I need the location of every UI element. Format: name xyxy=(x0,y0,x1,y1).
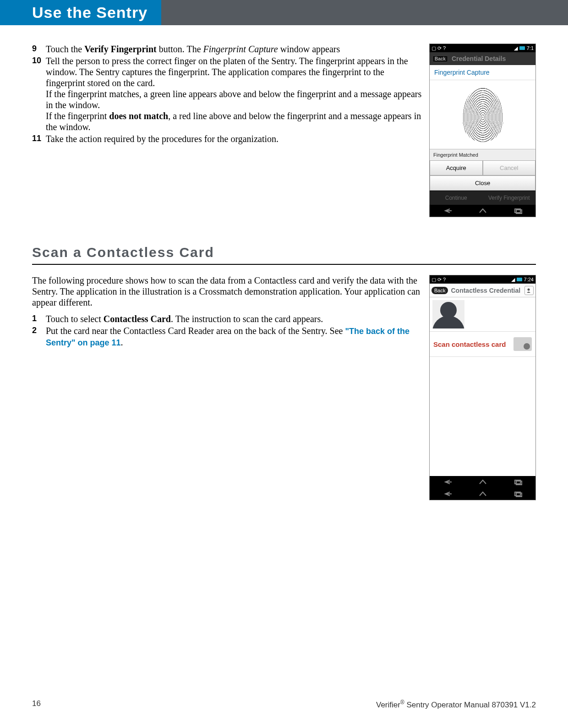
app-title: Credential Details xyxy=(452,55,506,62)
step-body: Take the action required by the procedur… xyxy=(46,133,422,144)
continue-button[interactable]: Continue xyxy=(430,191,483,205)
cancel-button[interactable]: Cancel xyxy=(483,160,536,175)
step-item: 1Touch to select Contactless Card. The i… xyxy=(32,313,422,324)
steps-list-a: 9Touch the Verify Fingerprint button. Th… xyxy=(32,44,422,144)
nav-recent-icon[interactable] xyxy=(513,479,523,485)
step-item: 11Take the action required by the proced… xyxy=(32,133,422,144)
page-footer: 16 Verifier® Sentry Operator Manual 8703… xyxy=(32,699,536,710)
photo-placeholder xyxy=(430,297,535,331)
step-body: Put the card near the Contactless Card R… xyxy=(46,325,422,348)
app-title-bar: Back Contactless Credential xyxy=(430,284,535,297)
screenshot-contactless-credential: ▢ ⟳ ? ◢ 7:24 Back Contactless Credential xyxy=(429,275,536,500)
screenshot-fingerprint-capture: ▢ ⟳ ? ◢ 7:1 Back Credential Details Fing… xyxy=(429,44,536,217)
verify-fingerprint-button[interactable]: Verify Fingerprint xyxy=(483,191,536,205)
fingerprint-status: Fingerprint Matched xyxy=(430,149,535,160)
android-nav-bar-dup xyxy=(430,488,535,500)
page-body: 9Touch the Verify Fingerprint button. Th… xyxy=(0,25,568,500)
back-button[interactable]: Back xyxy=(432,55,448,62)
scan-contactless-label: Scan contactless card xyxy=(433,340,513,348)
step-number: 10 xyxy=(32,55,46,132)
step-number: 9 xyxy=(32,44,46,55)
scan-contactless-row[interactable]: Scan contactless card xyxy=(430,331,535,357)
status-left-icons: ▢ ⟳ ? xyxy=(431,277,446,283)
step-number: 2 xyxy=(32,325,46,348)
signal-icon: ◢ xyxy=(514,45,518,51)
android-nav-bar xyxy=(430,476,535,488)
section-heading-scan-contactless: Scan a Contactless Card xyxy=(32,245,536,265)
app-title: Contactless Credential xyxy=(451,287,520,294)
step-item: 2Put the card near the Contactless Card … xyxy=(32,325,422,348)
nav-back-icon[interactable] xyxy=(442,208,453,214)
status-left-icons: ▢ ⟳ ? xyxy=(431,45,446,51)
close-button[interactable]: Close xyxy=(430,175,535,191)
step-body: Touch the Verify Fingerprint button. The… xyxy=(46,44,422,55)
nav-home-icon[interactable] xyxy=(478,479,488,485)
step-number: 11 xyxy=(32,133,46,144)
step-body: Touch to select Contactless Card. The in… xyxy=(46,313,422,324)
fingerprint-panel-title: Fingerprint Capture xyxy=(430,65,535,80)
chapter-title: Use the Sentry xyxy=(0,0,161,25)
add-button[interactable] xyxy=(524,286,534,295)
status-time: 7:24 xyxy=(524,277,534,282)
back-button[interactable]: Back xyxy=(431,287,448,294)
step-body: Tell the person to press the correct fin… xyxy=(46,55,422,132)
status-time: 7:1 xyxy=(527,45,534,51)
blank-area xyxy=(430,357,535,476)
page-number: 16 xyxy=(32,699,41,710)
doc-title: Verifier® Sentry Operator Manual 870391 … xyxy=(376,699,536,710)
intro-paragraph: The following procedure shows how to sca… xyxy=(32,275,422,308)
nav-recent-icon[interactable] xyxy=(513,208,523,214)
step-item: 9Touch the Verify Fingerprint button. Th… xyxy=(32,44,422,55)
nav-recent-icon[interactable] xyxy=(513,491,523,497)
card-reader-icon xyxy=(513,337,532,351)
signal-icon: ◢ xyxy=(511,277,515,283)
person-plus-icon xyxy=(526,288,532,293)
battery-icon xyxy=(517,278,522,281)
battery-icon xyxy=(519,46,525,50)
fingerprint-icon xyxy=(462,87,503,142)
android-status-bar: ▢ ⟳ ? ◢ 7:1 xyxy=(430,44,535,52)
fingerprint-display xyxy=(430,80,535,149)
nav-home-icon[interactable] xyxy=(478,491,488,497)
android-nav-bar xyxy=(430,205,535,217)
nav-back-icon[interactable] xyxy=(442,491,453,497)
step-item: 10Tell the person to press the correct f… xyxy=(32,55,422,132)
svg-point-2 xyxy=(528,288,530,290)
nav-home-icon[interactable] xyxy=(478,208,488,214)
app-title-bar: Back Credential Details xyxy=(430,52,535,65)
android-status-bar: ▢ ⟳ ? ◢ 7:24 xyxy=(430,275,535,284)
acquire-button[interactable]: Acquire xyxy=(430,160,483,175)
steps-list-b: 1Touch to select Contactless Card. The i… xyxy=(32,313,422,348)
chapter-header: Use the Sentry xyxy=(0,0,568,25)
nav-back-icon[interactable] xyxy=(442,479,453,485)
step-number: 1 xyxy=(32,313,46,324)
